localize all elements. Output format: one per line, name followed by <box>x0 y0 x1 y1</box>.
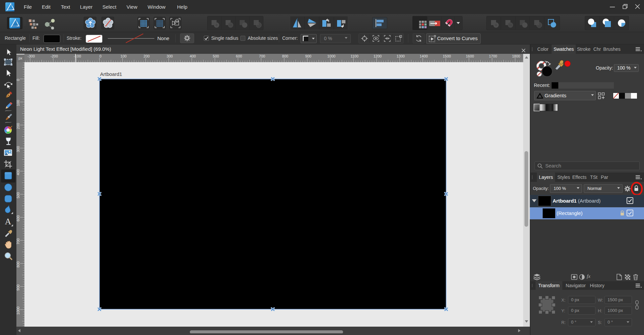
svg-text:600: 600 <box>236 54 242 58</box>
svg-text:1600: 1600 <box>466 54 474 58</box>
svg-text:600: 600 <box>16 215 20 221</box>
svg-text:700: 700 <box>259 54 265 58</box>
svg-text:800: 800 <box>282 54 288 58</box>
svg-text:1700: 1700 <box>489 54 497 58</box>
svg-text:900: 900 <box>305 54 311 58</box>
svg-text:100: 100 <box>120 54 127 58</box>
svg-text:500: 500 <box>213 54 219 58</box>
svg-text:200: 200 <box>16 123 20 129</box>
svg-text:300: 300 <box>16 146 20 152</box>
svg-text:1000: 1000 <box>16 307 20 315</box>
svg-text:-100: -100 <box>74 54 81 58</box>
svg-text:0: 0 <box>99 54 101 58</box>
svg-text:700: 700 <box>16 238 20 244</box>
svg-text:800: 800 <box>16 261 20 267</box>
svg-text:-200: -200 <box>51 54 58 58</box>
svg-text:500: 500 <box>16 192 20 198</box>
svg-text:1000: 1000 <box>327 54 335 58</box>
svg-text:200: 200 <box>144 54 150 58</box>
svg-text:1100: 1100 <box>350 54 358 58</box>
svg-text:1400: 1400 <box>420 54 428 58</box>
svg-text:1200: 1200 <box>374 54 382 58</box>
svg-text:1300: 1300 <box>397 54 405 58</box>
svg-text:0: 0 <box>16 79 20 81</box>
svg-text:1800: 1800 <box>512 54 520 58</box>
svg-text:-300: -300 <box>27 54 35 58</box>
svg-text:400: 400 <box>16 169 20 175</box>
svg-text:300: 300 <box>167 54 173 58</box>
svg-text:100: 100 <box>16 100 20 106</box>
svg-text:900: 900 <box>16 285 20 291</box>
svg-text:400: 400 <box>190 54 196 58</box>
svg-text:1500: 1500 <box>443 54 451 58</box>
svg-text:A: A <box>5 217 11 226</box>
